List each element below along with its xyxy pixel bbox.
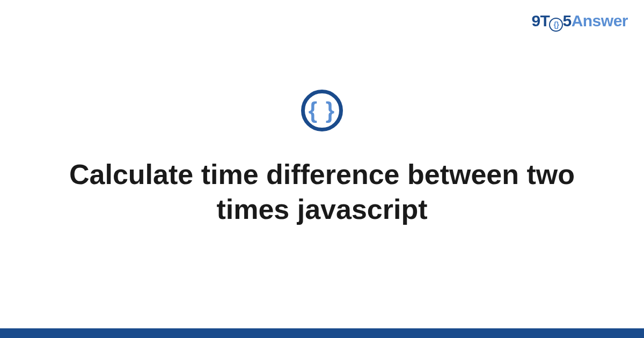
page-title: Calculate time difference between two ti… <box>54 157 590 227</box>
code-braces-icon: { } <box>309 99 335 122</box>
footer-accent-bar <box>0 328 644 338</box>
main-content: { } Calculate time difference between tw… <box>0 0 644 338</box>
category-icon: { } <box>301 90 343 131</box>
